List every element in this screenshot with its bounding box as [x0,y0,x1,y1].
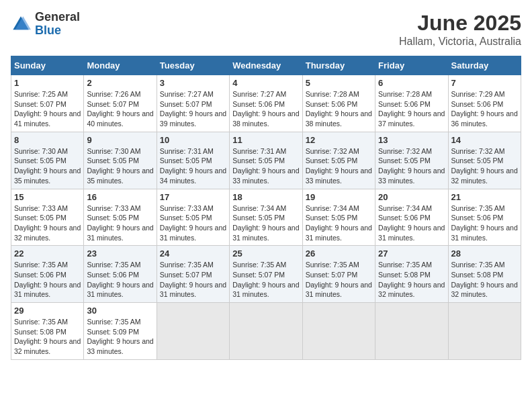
day-number: 29 [14,306,81,316]
day-number: 13 [378,135,445,145]
day-number: 24 [160,248,226,259]
logo-text: General Blue [35,11,80,38]
calendar-cell: 8 Sunrise: 7:30 AMSunset: 5:05 PMDayligh… [11,132,84,189]
calendar-row: 8 Sunrise: 7:30 AMSunset: 5:05 PMDayligh… [11,132,521,189]
calendar-row: 22 Sunrise: 7:35 AMSunset: 5:06 PMDaylig… [11,246,521,303]
calendar-cell: 11 Sunrise: 7:31 AMSunset: 5:05 PMDaylig… [230,132,302,189]
day-info: Sunrise: 7:35 AMSunset: 5:07 PMDaylight:… [160,261,226,298]
calendar-cell: 10 Sunrise: 7:31 AMSunset: 5:05 PMDaylig… [157,132,229,189]
day-number: 5 [306,78,372,88]
header-thursday: Thursday [302,56,375,75]
calendar-cell: 25 Sunrise: 7:35 AMSunset: 5:07 PMDaylig… [230,246,302,303]
day-info: Sunrise: 7:35 AMSunset: 5:09 PMDaylight:… [87,318,153,355]
day-number: 27 [378,248,445,259]
calendar-cell [230,303,302,360]
calendar-cell: 21 Sunrise: 7:35 AMSunset: 5:06 PMDaylig… [448,189,521,246]
location: Hallam, Victoria, Australia [399,36,521,48]
day-number: 9 [87,135,153,145]
calendar-cell: 30 Sunrise: 7:35 AMSunset: 5:09 PMDaylig… [84,303,157,360]
day-info: Sunrise: 7:32 AMSunset: 5:05 PMDaylight:… [378,147,445,185]
day-number: 6 [378,78,445,88]
calendar-row: 15 Sunrise: 7:33 AMSunset: 5:05 PMDaylig… [11,189,521,246]
calendar-cell: 15 Sunrise: 7:33 AMSunset: 5:05 PMDaylig… [11,189,84,246]
day-info: Sunrise: 7:30 AMSunset: 5:05 PMDaylight:… [14,147,81,185]
day-info: Sunrise: 7:30 AMSunset: 5:05 PMDaylight:… [87,147,153,185]
calendar-cell: 4 Sunrise: 7:27 AMSunset: 5:06 PMDayligh… [230,75,302,132]
calendar-cell: 20 Sunrise: 7:34 AMSunset: 5:06 PMDaylig… [375,189,448,246]
calendar-cell: 27 Sunrise: 7:35 AMSunset: 5:08 PMDaylig… [375,246,448,303]
header-wednesday: Wednesday [230,56,302,75]
day-info: Sunrise: 7:26 AMSunset: 5:07 PMDaylight:… [87,90,153,128]
day-info: Sunrise: 7:33 AMSunset: 5:05 PMDaylight:… [14,204,81,242]
day-info: Sunrise: 7:27 AMSunset: 5:07 PMDaylight:… [160,90,226,128]
calendar-cell: 28 Sunrise: 7:35 AMSunset: 5:08 PMDaylig… [448,246,521,303]
calendar-cell: 17 Sunrise: 7:33 AMSunset: 5:05 PMDaylig… [157,189,229,246]
title-block: June 2025 Hallam, Victoria, Australia [399,11,521,48]
calendar-cell [448,303,521,360]
calendar-cell: 22 Sunrise: 7:35 AMSunset: 5:06 PMDaylig… [11,246,84,303]
day-number: 3 [160,78,226,88]
day-number: 11 [232,135,299,145]
day-info: Sunrise: 7:33 AMSunset: 5:05 PMDaylight:… [87,204,153,242]
calendar-cell: 16 Sunrise: 7:33 AMSunset: 5:05 PMDaylig… [84,189,157,246]
day-number: 23 [87,248,153,259]
calendar-cell [302,303,375,360]
day-info: Sunrise: 7:29 AMSunset: 5:06 PMDaylight:… [451,90,518,128]
calendar-cell: 1 Sunrise: 7:25 AMSunset: 5:07 PMDayligh… [11,75,84,132]
calendar-cell: 6 Sunrise: 7:28 AMSunset: 5:06 PMDayligh… [375,75,448,132]
calendar-row: 29 Sunrise: 7:35 AMSunset: 5:08 PMDaylig… [11,303,521,360]
logo-general: General [35,10,80,24]
day-number: 25 [232,248,299,259]
calendar-cell: 19 Sunrise: 7:34 AMSunset: 5:05 PMDaylig… [302,189,375,246]
day-info: Sunrise: 7:35 AMSunset: 5:07 PMDaylight:… [232,261,299,298]
day-number: 19 [306,192,372,202]
day-info: Sunrise: 7:25 AMSunset: 5:07 PMDaylight:… [14,90,81,128]
day-number: 10 [160,135,226,145]
header-sunday: Sunday [11,56,84,75]
day-number: 12 [306,135,372,145]
header-saturday: Saturday [448,56,521,75]
day-number: 26 [306,248,372,259]
day-info: Sunrise: 7:35 AMSunset: 5:06 PMDaylight:… [87,261,153,298]
day-number: 28 [451,248,518,259]
calendar-cell: 3 Sunrise: 7:27 AMSunset: 5:07 PMDayligh… [157,75,229,132]
calendar-table: Sunday Monday Tuesday Wednesday Thursday… [11,56,521,360]
day-info: Sunrise: 7:35 AMSunset: 5:06 PMDaylight:… [451,204,518,242]
day-number: 18 [232,192,299,202]
header-tuesday: Tuesday [157,56,229,75]
day-info: Sunrise: 7:27 AMSunset: 5:06 PMDaylight:… [232,90,299,128]
page-header: General Blue June 2025 Hallam, Victoria,… [11,11,521,48]
header-monday: Monday [84,56,157,75]
calendar-cell: 26 Sunrise: 7:35 AMSunset: 5:07 PMDaylig… [302,246,375,303]
calendar-cell: 12 Sunrise: 7:32 AMSunset: 5:05 PMDaylig… [302,132,375,189]
calendar-row: 1 Sunrise: 7:25 AMSunset: 5:07 PMDayligh… [11,75,521,132]
day-info: Sunrise: 7:34 AMSunset: 5:05 PMDaylight:… [306,204,372,242]
day-number: 1 [14,78,81,88]
day-info: Sunrise: 7:35 AMSunset: 5:06 PMDaylight:… [14,261,81,298]
day-number: 14 [451,135,518,145]
calendar-cell: 24 Sunrise: 7:35 AMSunset: 5:07 PMDaylig… [157,246,229,303]
day-info: Sunrise: 7:31 AMSunset: 5:05 PMDaylight:… [232,147,299,185]
calendar-cell: 23 Sunrise: 7:35 AMSunset: 5:06 PMDaylig… [84,246,157,303]
day-number: 8 [14,135,81,145]
day-number: 4 [232,78,299,88]
calendar-cell: 7 Sunrise: 7:29 AMSunset: 5:06 PMDayligh… [448,75,521,132]
day-info: Sunrise: 7:31 AMSunset: 5:05 PMDaylight:… [160,147,226,185]
calendar-cell: 9 Sunrise: 7:30 AMSunset: 5:05 PMDayligh… [84,132,157,189]
calendar-cell: 14 Sunrise: 7:32 AMSunset: 5:05 PMDaylig… [448,132,521,189]
calendar-cell: 29 Sunrise: 7:35 AMSunset: 5:08 PMDaylig… [11,303,84,360]
day-number: 20 [378,192,445,202]
calendar-cell: 2 Sunrise: 7:26 AMSunset: 5:07 PMDayligh… [84,75,157,132]
day-info: Sunrise: 7:35 AMSunset: 5:08 PMDaylight:… [451,261,518,298]
day-info: Sunrise: 7:35 AMSunset: 5:08 PMDaylight:… [378,261,445,298]
weekday-header-row: Sunday Monday Tuesday Wednesday Thursday… [11,56,521,75]
day-info: Sunrise: 7:28 AMSunset: 5:06 PMDaylight:… [306,90,372,128]
day-info: Sunrise: 7:32 AMSunset: 5:05 PMDaylight:… [306,147,372,185]
day-number: 15 [14,192,81,202]
logo-blue: Blue [35,24,61,37]
month-title: June 2025 [399,11,521,36]
logo: General Blue [11,11,80,38]
day-info: Sunrise: 7:34 AMSunset: 5:05 PMDaylight:… [232,204,299,242]
day-number: 16 [87,192,153,202]
day-info: Sunrise: 7:35 AMSunset: 5:07 PMDaylight:… [306,261,372,298]
